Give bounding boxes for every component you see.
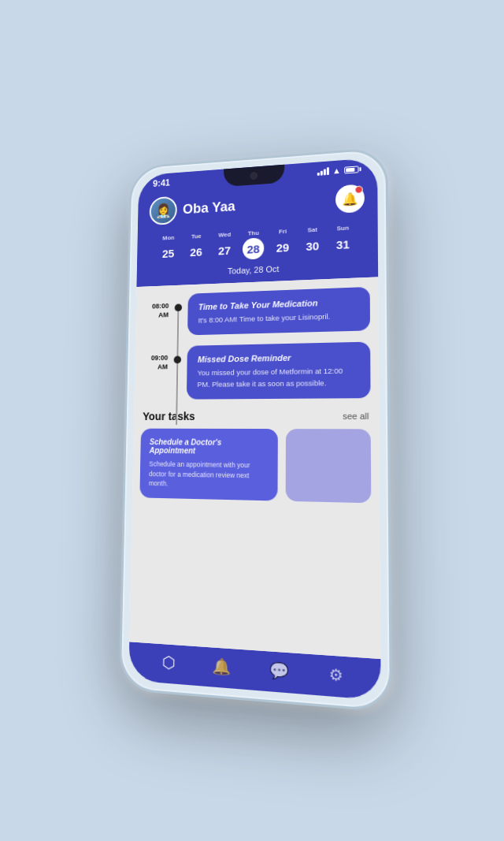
notification-badge [354, 185, 362, 193]
timeline-item-0900: 09:00 AM Missed Dose Reminder You missed… [142, 341, 371, 399]
status-icons: ▲ [317, 164, 361, 177]
phone-frame: 9:41 ▲ [119, 147, 392, 713]
medication-reminder-body: It's 8:00 AM! Time to take your Lisinopr… [198, 310, 358, 326]
avatar: 👩‍⚕️ [150, 195, 177, 225]
user-name: Oba Yaa [183, 198, 235, 217]
medication-reminder-title: Time to Take Your Medication [198, 296, 359, 311]
time-label-0800: 08:00 AM [143, 294, 169, 320]
task-card-body: Schedule an appointment with your doctor… [149, 459, 269, 491]
nav-alerts[interactable]: 🔔 [212, 656, 231, 676]
battery-icon [344, 165, 361, 173]
tasks-title: Your tasks [143, 410, 195, 422]
home-icon: ⬡ [162, 652, 176, 672]
notch-camera [250, 171, 258, 179]
signal-icon [317, 167, 329, 176]
time-label-0900: 09:00 AM [142, 346, 168, 372]
cal-day-mon[interactable]: Mon 25 [157, 233, 180, 263]
medication-reminder-card[interactable]: Time to Take Your Medication It's 8:00 A… [187, 286, 370, 335]
cal-day-wed[interactable]: Wed 27 [213, 230, 237, 261]
alerts-icon: 🔔 [212, 656, 231, 676]
timeline-item-0800: 08:00 AM Time to Take Your Medication It… [143, 286, 370, 336]
nav-messages[interactable]: 💬 [269, 660, 289, 680]
task-card-empty [286, 428, 372, 502]
timeline-dot-0900 [174, 355, 182, 363]
cal-day-thu-today[interactable]: Thu 28 [241, 229, 265, 259]
missed-dose-body: You missed your dose of Metformin at 12:… [197, 365, 358, 389]
see-all-link[interactable]: see all [343, 411, 369, 420]
phone-screen: 9:41 ▲ [128, 157, 380, 700]
notification-bell-button[interactable]: 🔔 [335, 184, 365, 214]
missed-dose-card[interactable]: Missed Dose Reminder You missed your dos… [187, 341, 371, 399]
messages-icon: 💬 [269, 660, 289, 680]
tasks-section: Your tasks see all Schedule a Doctor's A… [139, 409, 371, 503]
task-card-title: Schedule a Doctor's Appointment [150, 437, 269, 456]
cal-day-tue[interactable]: Tue 26 [184, 232, 209, 262]
header: 👩‍⚕️ Oba Yaa 🔔 Mon 25 [136, 176, 378, 287]
phone-wrapper: 9:41 ▲ [118, 149, 386, 693]
timeline: 08:00 AM Time to Take Your Medication It… [142, 286, 371, 399]
main-content: 08:00 AM Time to Take Your Medication It… [129, 277, 380, 659]
task-card-0[interactable]: Schedule a Doctor's Appointment Schedule… [139, 428, 278, 501]
cal-day-sat[interactable]: Sat 30 [300, 225, 325, 257]
cal-day-fri[interactable]: Fri 29 [270, 227, 295, 258]
tasks-row: Schedule a Doctor's Appointment Schedule… [139, 428, 371, 503]
nav-settings[interactable]: ⚙ [329, 664, 343, 684]
header-top: 👩‍⚕️ Oba Yaa 🔔 [150, 183, 365, 225]
missed-dose-title: Missed Dose Reminder [198, 352, 359, 364]
wifi-icon: ▲ [332, 166, 341, 175]
timeline-dot-0800 [175, 303, 182, 311]
settings-icon: ⚙ [329, 664, 343, 684]
nav-home[interactable]: ⬡ [162, 652, 176, 672]
user-info: 👩‍⚕️ Oba Yaa [150, 192, 235, 225]
cal-day-sun[interactable]: Sun 31 [330, 224, 356, 255]
status-time: 9:41 [153, 177, 170, 188]
